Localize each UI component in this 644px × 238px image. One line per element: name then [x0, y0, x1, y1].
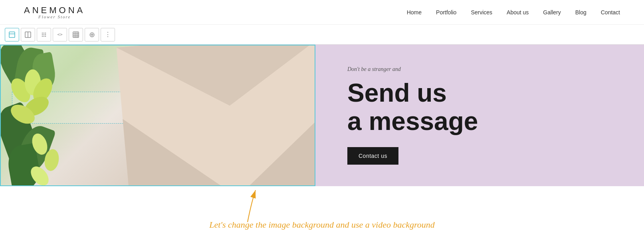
- panel-title-line2: a message: [347, 107, 478, 136]
- nav-item-gallery[interactable]: Gallery: [543, 9, 561, 16]
- toolbar-layout2-button[interactable]: [21, 28, 35, 41]
- image-panel[interactable]: +: [0, 45, 315, 186]
- toolbar-add-button[interactable]: ⊕: [85, 28, 99, 41]
- svg-point-12: [45, 35, 46, 36]
- contact-button[interactable]: Contact us: [347, 147, 398, 165]
- svg-point-7: [42, 34, 43, 35]
- annotation-arrow: [224, 186, 271, 226]
- panel-title-line1: Send us: [347, 79, 447, 107]
- text-panel: Don't be a stranger and Send us a messag…: [315, 45, 644, 186]
- nav-item-services[interactable]: Services: [471, 9, 492, 16]
- panel-title: Send us a message: [347, 79, 612, 135]
- logo[interactable]: ANEMONA Flower Store: [24, 5, 85, 19]
- svg-point-5: [44, 32, 44, 33]
- logo-sub-text: Flower Store: [38, 14, 71, 19]
- panel-subtitle: Don't be a stranger and: [347, 66, 612, 73]
- svg-point-6: [45, 32, 46, 33]
- nav-item-portfolio[interactable]: Portfolio: [436, 9, 456, 16]
- svg-rect-0: [9, 32, 15, 37]
- nav-item-blog[interactable]: Blog: [575, 9, 587, 16]
- envelope-bottom: [123, 100, 315, 186]
- toolbar-layout1-button[interactable]: [5, 28, 19, 41]
- main-nav: Home Portfolio Services About us Gallery…: [407, 9, 620, 16]
- nav-item-contact[interactable]: Contact: [601, 9, 620, 16]
- editor-toolbar: <> ⊕ ⋮: [0, 25, 644, 45]
- toolbar-table-button[interactable]: [69, 28, 83, 41]
- nav-item-about[interactable]: About us: [507, 9, 529, 16]
- toolbar-more-button[interactable]: ⋮: [101, 28, 115, 41]
- svg-point-11: [44, 35, 44, 36]
- annotation-area: Let's change the image background and us…: [0, 186, 644, 238]
- svg-point-9: [45, 34, 46, 35]
- nav-item-home[interactable]: Home: [407, 9, 422, 16]
- svg-rect-13: [73, 32, 79, 37]
- svg-point-8: [44, 34, 44, 35]
- svg-point-10: [42, 35, 43, 36]
- svg-point-4: [42, 32, 43, 33]
- toolbar-code-button[interactable]: <>: [53, 28, 67, 41]
- main-content-section: + Don't be a stranger and Send us a mess…: [0, 45, 644, 186]
- toolbar-grid-button[interactable]: [37, 28, 51, 41]
- site-header: ANEMONA Flower Store Home Portfolio Serv…: [0, 0, 644, 25]
- envelope-body: [117, 45, 315, 186]
